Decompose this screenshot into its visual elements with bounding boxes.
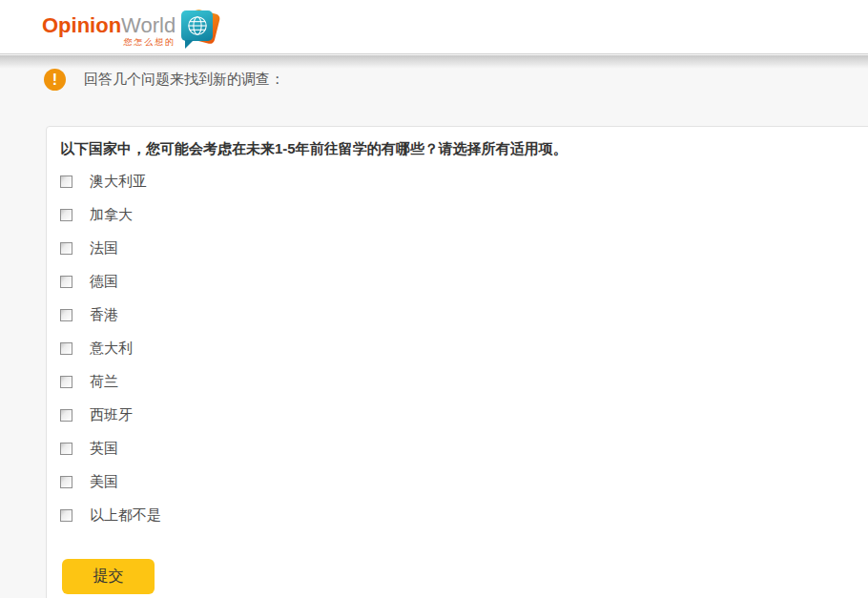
option-label[interactable]: 法国 <box>90 239 118 258</box>
option-row: 香港 <box>60 299 868 332</box>
option-row: 法国 <box>60 232 868 265</box>
option-checkbox[interactable] <box>60 342 72 355</box>
submit-button[interactable]: 提交 <box>62 559 155 594</box>
option-row: 美国 <box>60 465 868 499</box>
globe-speech-bubbles-icon <box>179 8 221 52</box>
option-label[interactable]: 意大利 <box>90 340 133 358</box>
option-label[interactable]: 荷兰 <box>90 373 118 391</box>
option-checkbox[interactable] <box>60 409 72 422</box>
option-row: 荷兰 <box>60 365 868 399</box>
globe-glyph <box>185 13 210 38</box>
logo-text-opinion: Opinion <box>42 13 121 37</box>
option-checkbox[interactable] <box>60 509 72 522</box>
option-row: 以上都不是 <box>60 499 868 532</box>
option-checkbox[interactable] <box>60 175 72 188</box>
notice-text: 回答几个问题来找到新的调查： <box>84 71 284 89</box>
option-checkbox[interactable] <box>60 242 72 255</box>
option-row: 意大利 <box>60 332 868 365</box>
question-text: 以下国家中，您可能会考虑在未来1-5年前往留学的有哪些？请选择所有适用项。 <box>60 139 868 157</box>
survey-card: 以下国家中，您可能会考虑在未来1-5年前往留学的有哪些？请选择所有适用项。 澳大… <box>46 126 868 598</box>
option-row: 德国 <box>60 265 868 299</box>
option-label[interactable]: 美国 <box>90 473 118 491</box>
option-label[interactable]: 加拿大 <box>90 206 133 224</box>
logo-wordmark: OpinionWorld <box>42 15 176 36</box>
option-row: 澳大利亚 <box>60 165 868 198</box>
option-checkbox[interactable] <box>60 376 72 388</box>
option-checkbox[interactable] <box>60 276 72 288</box>
logo-tagline: 您怎么想的 <box>123 37 176 48</box>
option-label[interactable]: 德国 <box>90 273 118 291</box>
opinionworld-logo[interactable]: OpinionWorld 您怎么想的 <box>42 8 221 52</box>
option-label[interactable]: 英国 <box>90 440 118 458</box>
logo-text-world: World <box>121 13 176 37</box>
option-row: 英国 <box>60 432 868 465</box>
option-label[interactable]: 西班牙 <box>90 406 133 424</box>
logo-wordmark-block: OpinionWorld 您怎么想的 <box>42 15 176 48</box>
option-checkbox[interactable] <box>60 443 72 455</box>
speech-bubble-front-shape <box>181 10 213 41</box>
option-checkbox[interactable] <box>60 476 72 488</box>
header: OpinionWorld 您怎么想的 <box>0 0 868 54</box>
option-row: 加拿大 <box>60 198 868 232</box>
option-checkbox[interactable] <box>60 209 72 221</box>
header-shadow-gradient <box>0 55 868 69</box>
option-label[interactable]: 澳大利亚 <box>90 173 147 191</box>
option-label[interactable]: 香港 <box>90 306 118 324</box>
speech-bubble-tail-shape <box>185 40 194 49</box>
notice-row: ! 回答几个问题来找到新的调查： <box>44 69 284 91</box>
alert-icon: ! <box>44 69 66 91</box>
options-list: 澳大利亚 加拿大 法国 德国 香港 意大利 荷兰 西班牙 英国 美国 以上都不是 <box>60 165 868 532</box>
option-checkbox[interactable] <box>60 309 72 321</box>
option-label[interactable]: 以上都不是 <box>90 506 161 525</box>
option-row: 西班牙 <box>60 399 868 432</box>
